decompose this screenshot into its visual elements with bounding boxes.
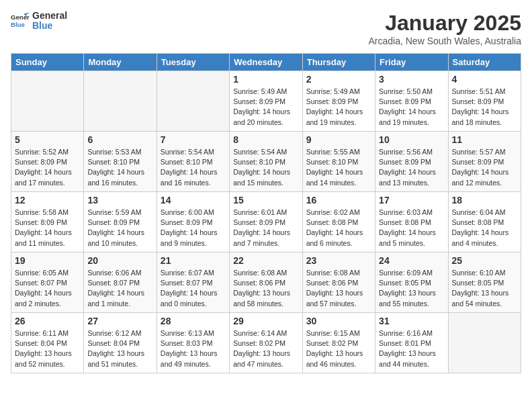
day-info: Sunrise: 6:15 AMSunset: 8:02 PMDaylight:…: [306, 328, 371, 369]
calendar-cell: 24Sunrise: 6:09 AMSunset: 8:05 PMDayligh…: [375, 253, 448, 313]
day-info: Sunrise: 5:50 AMSunset: 8:09 PMDaylight:…: [379, 87, 444, 128]
day-info: Sunrise: 6:14 AMSunset: 8:02 PMDaylight:…: [233, 328, 298, 369]
weekday-header-saturday: Saturday: [448, 54, 521, 71]
calendar-cell: 6Sunrise: 5:53 AMSunset: 8:10 PMDaylight…: [84, 132, 157, 192]
day-info: Sunrise: 6:16 AMSunset: 8:01 PMDaylight:…: [379, 328, 444, 369]
day-number: 20: [87, 255, 152, 266]
day-number: 25: [452, 255, 517, 266]
day-info: Sunrise: 6:09 AMSunset: 8:05 PMDaylight:…: [379, 268, 444, 309]
weekday-header-wednesday: Wednesday: [230, 54, 302, 71]
day-number: 26: [15, 316, 80, 326]
day-number: 30: [306, 316, 371, 326]
weekday-header-row: SundayMondayTuesdayWednesdayThursdayFrid…: [11, 54, 521, 71]
calendar-week-row: 1Sunrise: 5:49 AMSunset: 8:09 PMDaylight…: [11, 71, 521, 132]
calendar-cell: 25Sunrise: 6:10 AMSunset: 8:05 PMDayligh…: [448, 253, 521, 313]
day-number: 9: [306, 134, 371, 145]
calendar-cell: 15Sunrise: 6:01 AMSunset: 8:09 PMDayligh…: [230, 192, 302, 253]
day-info: Sunrise: 5:53 AMSunset: 8:10 PMDaylight:…: [87, 147, 152, 188]
day-info: Sunrise: 6:08 AMSunset: 8:06 PMDaylight:…: [306, 268, 371, 309]
day-number: 6: [87, 134, 152, 145]
calendar-week-row: 19Sunrise: 6:05 AMSunset: 8:07 PMDayligh…: [11, 253, 521, 313]
day-info: Sunrise: 6:02 AMSunset: 8:08 PMDaylight:…: [306, 208, 371, 248]
calendar-cell: 20Sunrise: 6:06 AMSunset: 8:07 PMDayligh…: [84, 253, 157, 313]
day-info: Sunrise: 5:51 AMSunset: 8:09 PMDaylight:…: [452, 87, 517, 128]
day-number: 27: [87, 316, 152, 326]
day-number: 11: [452, 134, 517, 145]
calendar-cell: [84, 71, 157, 132]
day-info: Sunrise: 6:07 AMSunset: 8:07 PMDaylight:…: [161, 268, 226, 309]
calendar-cell: 9Sunrise: 5:55 AMSunset: 8:10 PMDaylight…: [302, 132, 375, 192]
day-info: Sunrise: 6:11 AMSunset: 8:04 PMDaylight:…: [15, 328, 80, 369]
calendar-cell: 28Sunrise: 6:13 AMSunset: 8:03 PMDayligh…: [157, 313, 229, 373]
day-number: 18: [452, 195, 517, 205]
calendar-cell: 29Sunrise: 6:14 AMSunset: 8:02 PMDayligh…: [230, 313, 302, 373]
calendar-cell: 8Sunrise: 5:54 AMSunset: 8:10 PMDaylight…: [230, 132, 302, 192]
day-number: 3: [379, 74, 444, 85]
weekday-header-friday: Friday: [375, 54, 448, 71]
weekday-header-sunday: Sunday: [11, 54, 84, 71]
day-number: 5: [15, 134, 80, 145]
day-number: 14: [161, 195, 226, 205]
calendar-cell: 1Sunrise: 5:49 AMSunset: 8:09 PMDaylight…: [230, 71, 302, 132]
calendar-week-row: 12Sunrise: 5:58 AMSunset: 8:09 PMDayligh…: [11, 192, 521, 253]
weekday-header-monday: Monday: [84, 54, 157, 71]
weekday-header-tuesday: Tuesday: [157, 54, 229, 71]
day-number: 24: [379, 255, 444, 266]
day-info: Sunrise: 6:06 AMSunset: 8:07 PMDaylight:…: [87, 268, 152, 309]
calendar-cell: [448, 313, 521, 373]
calendar-cell: 26Sunrise: 6:11 AMSunset: 8:04 PMDayligh…: [11, 313, 84, 373]
day-info: Sunrise: 6:03 AMSunset: 8:08 PMDaylight:…: [379, 208, 444, 248]
calendar-cell: 23Sunrise: 6:08 AMSunset: 8:06 PMDayligh…: [302, 253, 375, 313]
day-info: Sunrise: 6:12 AMSunset: 8:04 PMDaylight:…: [87, 328, 152, 369]
day-info: Sunrise: 6:01 AMSunset: 8:09 PMDaylight:…: [233, 208, 298, 248]
day-number: 12: [15, 195, 80, 205]
logo-general: General: [32, 10, 67, 21]
calendar-cell: 7Sunrise: 5:54 AMSunset: 8:10 PMDaylight…: [157, 132, 229, 192]
day-info: Sunrise: 5:49 AMSunset: 8:09 PMDaylight:…: [233, 87, 298, 128]
calendar-cell: 18Sunrise: 6:04 AMSunset: 8:08 PMDayligh…: [448, 192, 521, 253]
calendar-cell: 22Sunrise: 6:08 AMSunset: 8:06 PMDayligh…: [230, 253, 302, 313]
calendar-cell: 5Sunrise: 5:52 AMSunset: 8:09 PMDaylight…: [11, 132, 84, 192]
day-info: Sunrise: 5:58 AMSunset: 8:09 PMDaylight:…: [15, 208, 80, 248]
calendar-cell: 19Sunrise: 6:05 AMSunset: 8:07 PMDayligh…: [11, 253, 84, 313]
svg-text:General: General: [11, 14, 30, 21]
day-number: 8: [233, 134, 298, 145]
calendar-cell: 27Sunrise: 6:12 AMSunset: 8:04 PMDayligh…: [84, 313, 157, 373]
day-info: Sunrise: 6:04 AMSunset: 8:08 PMDaylight:…: [452, 208, 517, 248]
page-header: General Blue General Blue January 2025 A…: [11, 11, 521, 46]
day-info: Sunrise: 5:59 AMSunset: 8:09 PMDaylight:…: [87, 208, 152, 248]
calendar-cell: 13Sunrise: 5:59 AMSunset: 8:09 PMDayligh…: [84, 192, 157, 253]
calendar-cell: 10Sunrise: 5:56 AMSunset: 8:09 PMDayligh…: [375, 132, 448, 192]
calendar-week-row: 26Sunrise: 6:11 AMSunset: 8:04 PMDayligh…: [11, 313, 521, 373]
day-info: Sunrise: 6:10 AMSunset: 8:05 PMDaylight:…: [452, 268, 517, 309]
day-number: 21: [161, 255, 226, 266]
svg-text:Blue: Blue: [11, 21, 25, 28]
day-info: Sunrise: 5:54 AMSunset: 8:10 PMDaylight:…: [233, 147, 298, 188]
calendar-cell: 14Sunrise: 6:00 AMSunset: 8:09 PMDayligh…: [157, 192, 229, 253]
day-number: 28: [161, 316, 226, 326]
calendar-cell: 12Sunrise: 5:58 AMSunset: 8:09 PMDayligh…: [11, 192, 84, 253]
calendar-week-row: 5Sunrise: 5:52 AMSunset: 8:09 PMDaylight…: [11, 132, 521, 192]
day-number: 17: [379, 195, 444, 205]
month-title: January 2025: [369, 11, 521, 36]
calendar-cell: 11Sunrise: 5:57 AMSunset: 8:09 PMDayligh…: [448, 132, 521, 192]
calendar-cell: 4Sunrise: 5:51 AMSunset: 8:09 PMDaylight…: [448, 71, 521, 132]
day-info: Sunrise: 6:08 AMSunset: 8:06 PMDaylight:…: [233, 268, 298, 309]
day-info: Sunrise: 5:56 AMSunset: 8:09 PMDaylight:…: [379, 147, 444, 188]
day-info: Sunrise: 5:52 AMSunset: 8:09 PMDaylight:…: [15, 147, 80, 188]
calendar-cell: 16Sunrise: 6:02 AMSunset: 8:08 PMDayligh…: [302, 192, 375, 253]
calendar-table: SundayMondayTuesdayWednesdayThursdayFrid…: [11, 53, 521, 373]
day-number: 16: [306, 195, 371, 205]
logo-blue: Blue: [32, 20, 52, 31]
day-number: 13: [87, 195, 152, 205]
calendar-cell: 17Sunrise: 6:03 AMSunset: 8:08 PMDayligh…: [375, 192, 448, 253]
day-info: Sunrise: 5:54 AMSunset: 8:10 PMDaylight:…: [161, 147, 226, 188]
day-info: Sunrise: 6:00 AMSunset: 8:09 PMDaylight:…: [161, 208, 226, 248]
calendar-cell: 21Sunrise: 6:07 AMSunset: 8:07 PMDayligh…: [157, 253, 229, 313]
day-number: 7: [161, 134, 226, 145]
day-number: 29: [233, 316, 298, 326]
calendar-cell: 3Sunrise: 5:50 AMSunset: 8:09 PMDaylight…: [375, 71, 448, 132]
day-info: Sunrise: 5:57 AMSunset: 8:09 PMDaylight:…: [452, 147, 517, 188]
day-number: 23: [306, 255, 371, 266]
day-number: 31: [379, 316, 444, 326]
